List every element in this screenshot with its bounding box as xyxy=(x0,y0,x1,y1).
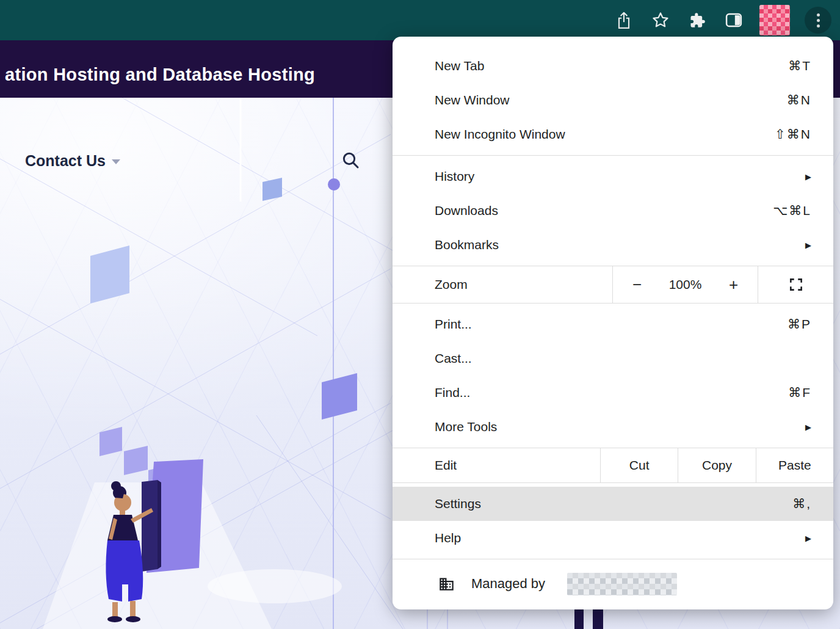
menu-item-history[interactable]: History ▶ xyxy=(393,159,833,194)
menu-section-actions: Print... ⌘P Cast... Find... ⌘F More Tool… xyxy=(393,304,833,448)
browser-menu-popup: New Tab ⌘T New Window ⌘N New Incognito W… xyxy=(393,37,833,609)
menu-item-label: Cast... xyxy=(435,351,472,366)
cut-button[interactable]: Cut xyxy=(600,448,678,482)
menu-item-label: History xyxy=(435,169,474,184)
managed-by-org-redacted xyxy=(567,573,677,595)
search-icon[interactable] xyxy=(341,150,361,171)
menu-item-label: New Incognito Window xyxy=(435,127,565,142)
menu-item-shortcut: ⌘P xyxy=(788,317,811,332)
menu-item-settings[interactable]: Settings ⌘, xyxy=(393,487,833,521)
side-panel-icon[interactable] xyxy=(723,9,745,31)
browser-toolbar xyxy=(613,0,831,40)
menu-item-label: New Window xyxy=(435,93,510,107)
menu-item-label: Help xyxy=(435,531,461,545)
menu-item-label: Bookmarks xyxy=(435,238,499,252)
menu-item-bookmarks[interactable]: Bookmarks ▶ xyxy=(393,228,833,262)
zoom-label: Zoom xyxy=(393,266,612,303)
menu-item-shortcut: ⌥⌘L xyxy=(773,203,811,218)
zoom-in-button[interactable]: + xyxy=(709,266,758,303)
contact-us-label: Contact Us xyxy=(25,151,106,170)
menu-section-tabs: New Tab ⌘T New Window ⌘N New Incognito W… xyxy=(393,45,833,155)
star-icon[interactable] xyxy=(650,9,672,31)
menu-item-downloads[interactable]: Downloads ⌥⌘L xyxy=(393,194,833,228)
submenu-arrow-icon: ▶ xyxy=(805,241,811,250)
browser-chrome-bar xyxy=(0,0,840,40)
paste-button[interactable]: Paste xyxy=(756,448,833,482)
menu-item-label: More Tools xyxy=(435,420,497,434)
screen: ation Hosting and Database Hosting xyxy=(0,0,840,629)
organization-building-icon xyxy=(438,576,455,592)
menu-item-cast[interactable]: Cast... xyxy=(393,341,833,376)
edit-label: Edit xyxy=(393,448,600,482)
extensions-icon[interactable] xyxy=(686,9,708,31)
submenu-arrow-icon: ▶ xyxy=(805,534,811,543)
copy-button[interactable]: Copy xyxy=(678,448,755,482)
zoom-controls: − 100% + xyxy=(612,266,758,303)
zoom-out-button[interactable]: − xyxy=(613,266,661,303)
menu-edit-row: Edit Cut Copy Paste xyxy=(393,448,833,483)
menu-section-settings: Settings ⌘, Help ▶ xyxy=(393,483,833,559)
chevron-down-icon xyxy=(112,159,120,164)
floor-highlight xyxy=(208,569,342,603)
menu-item-shortcut: ⌘F xyxy=(788,385,811,400)
banner-title: ation Hosting and Database Hosting xyxy=(5,65,315,85)
menu-item-label: New Tab xyxy=(435,59,484,73)
submenu-arrow-icon: ▶ xyxy=(805,172,811,181)
menu-item-label: Settings xyxy=(435,496,481,511)
profile-avatar[interactable] xyxy=(759,5,790,35)
menu-item-label: Find... xyxy=(435,385,470,400)
managed-by-label: Managed by xyxy=(471,576,545,592)
fullscreen-icon xyxy=(788,277,804,293)
menu-item-shortcut: ⌘, xyxy=(792,496,811,511)
menu-item-more-tools[interactable]: More Tools ▶ xyxy=(393,410,833,444)
menu-item-shortcut: ⌘N xyxy=(787,93,811,107)
menu-item-find[interactable]: Find... ⌘F xyxy=(393,376,833,410)
menu-item-new-incognito-window[interactable]: New Incognito Window ⇧⌘N xyxy=(393,117,833,151)
menu-item-label: Downloads xyxy=(435,203,498,218)
kebab-menu-icon[interactable] xyxy=(805,7,831,34)
menu-item-help[interactable]: Help ▶ xyxy=(393,521,833,555)
menu-item-new-tab[interactable]: New Tab ⌘T xyxy=(393,49,833,83)
menu-item-print[interactable]: Print... ⌘P xyxy=(393,307,833,341)
menu-section-history: History ▶ Downloads ⌥⌘L Bookmarks ▶ xyxy=(393,156,833,266)
nav-contact-us[interactable]: Contact Us xyxy=(25,151,120,170)
menu-zoom-row: Zoom − 100% + xyxy=(393,266,833,304)
menu-item-label: Print... xyxy=(435,317,472,332)
menu-item-shortcut: ⇧⌘N xyxy=(775,127,811,142)
managed-by-row: Managed by xyxy=(393,559,833,608)
zoom-level-value: 100% xyxy=(661,266,709,303)
submenu-arrow-icon: ▶ xyxy=(805,423,811,432)
menu-item-new-window[interactable]: New Window ⌘N xyxy=(393,83,833,117)
menu-item-shortcut: ⌘T xyxy=(788,59,811,73)
fullscreen-button[interactable] xyxy=(758,266,833,303)
door-illustration xyxy=(142,480,161,572)
share-icon[interactable] xyxy=(613,9,635,31)
